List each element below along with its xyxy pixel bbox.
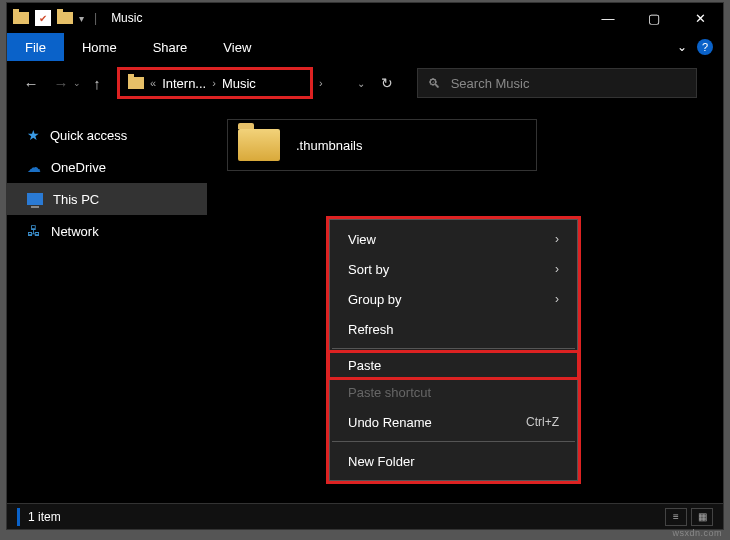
sidebar-item-label: OneDrive xyxy=(51,160,106,175)
ctx-label: Refresh xyxy=(348,322,394,337)
sidebar-item-label: Network xyxy=(51,224,99,239)
cloud-icon: ☁ xyxy=(27,159,41,175)
ctx-sort-by[interactable]: Sort by › xyxy=(330,254,577,284)
title-bar: ✔ ▾ | Music — ▢ ✕ xyxy=(7,3,723,33)
search-icon: 🔍︎ xyxy=(428,76,441,91)
tab-home[interactable]: Home xyxy=(64,33,135,61)
folder-icon xyxy=(13,12,29,24)
minimize-button[interactable]: — xyxy=(585,3,631,33)
quick-access-toolbar-icon[interactable]: ✔ xyxy=(35,10,51,26)
ribbon-collapse-icon[interactable]: ⌄ xyxy=(677,40,687,54)
search-placeholder: Search Music xyxy=(451,76,530,91)
address-dropdown-icon[interactable]: ⌄ xyxy=(357,78,365,89)
ctx-label: Undo Rename xyxy=(348,415,432,430)
context-menu: View › Sort by › Group by › Refresh Past… xyxy=(329,219,578,481)
sidebar-item-this-pc[interactable]: This PC xyxy=(7,183,207,215)
address-bar[interactable]: « Intern... › Music xyxy=(117,67,313,99)
navigation-bar: ← → ⌄ ↑ « Intern... › Music › ⌄ ↻ 🔍︎ Sea… xyxy=(7,61,723,105)
chevron-right-icon: › xyxy=(212,77,216,89)
close-button[interactable]: ✕ xyxy=(677,3,723,33)
separator xyxy=(332,348,575,349)
separator: | xyxy=(94,11,97,25)
ribbon: File Home Share View ⌄ ? xyxy=(7,33,723,61)
chevron-right-icon: › xyxy=(319,77,323,89)
ctx-label: Sort by xyxy=(348,262,389,277)
ctx-paste-shortcut: Paste shortcut xyxy=(330,377,577,407)
help-button[interactable]: ? xyxy=(697,39,713,55)
chevron-right-icon: › xyxy=(555,292,559,306)
ctx-label: Group by xyxy=(348,292,401,307)
breadcrumb-segment[interactable]: Music xyxy=(222,76,256,91)
ctx-group-by[interactable]: Group by › xyxy=(330,284,577,314)
ctx-refresh[interactable]: Refresh xyxy=(330,314,577,344)
tab-view[interactable]: View xyxy=(205,33,269,61)
status-bar: 1 item ≡ ▦ xyxy=(7,503,723,529)
ctx-label: New Folder xyxy=(348,454,414,469)
chevron-down-icon[interactable]: ▾ xyxy=(79,13,84,24)
details-view-button[interactable]: ≡ xyxy=(665,508,687,526)
ctx-undo-rename[interactable]: Undo Rename Ctrl+Z xyxy=(330,407,577,437)
context-menu-highlight: View › Sort by › Group by › Refresh Past… xyxy=(326,216,581,484)
breadcrumb-segment[interactable]: Intern... xyxy=(162,76,206,91)
item-name: .thumbnails xyxy=(296,138,362,153)
watermark: wsxdn.com xyxy=(672,528,722,538)
star-icon: ★ xyxy=(27,127,40,143)
back-button[interactable]: ← xyxy=(17,69,45,97)
list-item[interactable]: .thumbnails xyxy=(227,119,537,171)
ctx-label: View xyxy=(348,232,376,247)
status-accent xyxy=(17,508,20,526)
network-icon: 🖧 xyxy=(27,223,41,239)
ctx-view[interactable]: View › xyxy=(330,224,577,254)
sidebar-item-label: This PC xyxy=(53,192,99,207)
ctx-shortcut: Ctrl+Z xyxy=(526,415,559,429)
sidebar-item-onedrive[interactable]: ☁ OneDrive xyxy=(7,151,207,183)
refresh-button[interactable]: ↻ xyxy=(381,75,393,91)
thumbnails-view-button[interactable]: ▦ xyxy=(691,508,713,526)
history-dropdown-icon[interactable]: ⌄ xyxy=(73,78,81,88)
maximize-button[interactable]: ▢ xyxy=(631,3,677,33)
folder-icon xyxy=(238,129,280,161)
chevron-left-icon: « xyxy=(150,77,156,89)
navigation-pane: ★ Quick access ☁ OneDrive This PC 🖧 Netw… xyxy=(7,105,207,503)
ctx-paste[interactable]: Paste xyxy=(327,350,580,380)
window-title: Music xyxy=(111,11,142,25)
status-text: 1 item xyxy=(28,510,61,524)
file-tab[interactable]: File xyxy=(7,33,64,61)
chevron-right-icon: › xyxy=(555,232,559,246)
search-input[interactable]: 🔍︎ Search Music xyxy=(417,68,697,98)
pc-icon xyxy=(27,193,43,205)
chevron-right-icon: › xyxy=(555,262,559,276)
ctx-label: Paste xyxy=(348,358,381,373)
sidebar-item-quick-access[interactable]: ★ Quick access xyxy=(7,119,207,151)
ctx-label: Paste shortcut xyxy=(348,385,431,400)
folder-icon xyxy=(57,12,73,24)
sidebar-item-network[interactable]: 🖧 Network xyxy=(7,215,207,247)
sidebar-item-label: Quick access xyxy=(50,128,127,143)
up-button[interactable]: ↑ xyxy=(83,69,111,97)
folder-icon xyxy=(128,77,144,89)
ctx-new-folder[interactable]: New Folder xyxy=(330,446,577,476)
tab-share[interactable]: Share xyxy=(135,33,206,61)
forward-button[interactable]: → xyxy=(47,69,75,97)
separator xyxy=(332,441,575,442)
